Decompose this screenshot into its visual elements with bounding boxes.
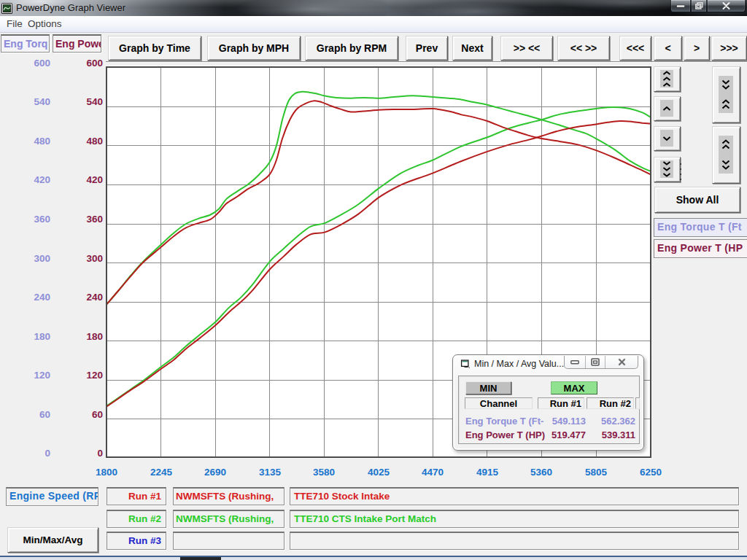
run-name-1[interactable]: NWMSFTS (Rushing, xyxy=(173,487,285,505)
chevron-group-shape xyxy=(721,144,731,149)
scroll-up-button[interactable] xyxy=(654,96,681,121)
run-comment-1[interactable]: TTE710 Stock Intake xyxy=(290,487,739,505)
focus-dots-artifact xyxy=(680,163,681,181)
chevron-group xyxy=(721,99,731,109)
rpm-axis-tick: 2245 xyxy=(138,467,185,478)
maximize-restore-button-shape-shape xyxy=(697,3,703,7)
minmax-maximize-button-shape-shape xyxy=(592,359,599,365)
maximize-restore-button[interactable] xyxy=(691,0,707,12)
next-button[interactable]: Next xyxy=(452,36,492,61)
torque-channel-box[interactable]: Eng Torq xyxy=(1,34,50,52)
power-channel-box[interactable]: Eng Powe xyxy=(53,34,101,52)
menu-options[interactable]: Options xyxy=(23,16,66,31)
graph-by-rpm-button[interactable]: Graph by RPM xyxy=(305,36,398,61)
run-comment-3[interactable] xyxy=(290,532,739,550)
torque-axis-tick: 300 xyxy=(14,253,50,265)
scroll-right-fast-button[interactable]: >>> xyxy=(711,36,747,61)
min-max-avg-button[interactable]: Min/Max/Avg xyxy=(7,527,98,553)
minmax-caption-buttons xyxy=(564,356,638,369)
x-channel-box[interactable]: Engine Speed (RP xyxy=(6,487,98,506)
minmax-close-button[interactable] xyxy=(605,356,638,368)
minmax-minimize-button[interactable] xyxy=(565,356,585,368)
power-axis-tick: 300 xyxy=(66,253,103,265)
chevrons-outward-icon xyxy=(719,136,733,174)
powerdyne-graph-viewer-window: { "window": { "title": "PowerDyne Graph … xyxy=(0,0,747,560)
rpm-axis-tick: 3580 xyxy=(301,467,347,478)
rpm-axis-tick: 4470 xyxy=(409,467,456,478)
minmax-close-button-shape xyxy=(617,358,627,366)
legend-power-channel[interactable]: Eng Power T (HP xyxy=(654,239,747,258)
run-comment-2[interactable]: TTE710 CTS Intake Port Match xyxy=(290,510,739,528)
chevron-group-shape-shape xyxy=(723,141,729,144)
minmax-run2-value-0: 562.362 xyxy=(587,416,635,427)
run-name-3[interactable] xyxy=(173,532,285,550)
power-axis-tick: 120 xyxy=(66,370,103,381)
prev-button[interactable]: Prev xyxy=(406,36,448,61)
minmax-maximize-button[interactable] xyxy=(585,356,605,368)
close-button-shape xyxy=(722,2,730,9)
chevron-up-triple-icon-shape-shape xyxy=(664,78,670,81)
chevron-down-triple-icon xyxy=(660,160,673,178)
scroll-down-fast-button[interactable] xyxy=(654,157,681,182)
chevron-group-shape-shape xyxy=(723,146,729,149)
chevron-group xyxy=(721,79,731,90)
power-axis-tick: 180 xyxy=(66,331,103,343)
minmax-window-icon-shape xyxy=(465,367,468,368)
run-label-1[interactable]: Run #1 xyxy=(107,487,166,505)
graph-by-mph-button[interactable]: Graph by MPH xyxy=(207,36,301,61)
rpm-axis-tick: 6250 xyxy=(627,467,674,478)
chevron-group xyxy=(721,160,731,170)
scroll-left-fast-button[interactable]: <<< xyxy=(619,36,651,61)
minmax-maximize-button-shape-shape xyxy=(594,361,597,363)
minmax-run1-value-1: 519.477 xyxy=(538,429,586,441)
rpm-axis-tick: 5805 xyxy=(573,467,619,478)
chevron-up-triple-icon-shape-shape xyxy=(664,84,670,87)
scroll-up-fast-button[interactable] xyxy=(654,66,681,92)
torque-axis-tick: 240 xyxy=(14,292,50,303)
expand-x-button[interactable]: << >> xyxy=(557,36,610,61)
zoom-in-vertical-button[interactable] xyxy=(712,66,740,123)
minmax-window[interactable]: Min / Max / Avg Valu... MIN MAX Channel … xyxy=(452,354,644,451)
power-axis-tick: 420 xyxy=(66,174,103,186)
minmax-window-icon xyxy=(460,359,470,368)
max-toggle-button[interactable]: MAX xyxy=(551,381,597,394)
run-label-2[interactable]: Run #2 xyxy=(107,510,166,528)
power-axis-tick: 240 xyxy=(66,292,103,303)
app-icon xyxy=(1,3,12,14)
graph-by-time-button[interactable]: Graph by Time xyxy=(108,36,201,61)
menu-bar: File Options xyxy=(0,16,747,33)
background-window-notch xyxy=(180,557,221,560)
scroll-left-button[interactable]: < xyxy=(654,36,682,61)
rpm-axis-tick: 4025 xyxy=(355,467,402,478)
chevron-down-icon-shape xyxy=(662,136,672,141)
minmax-channel-1: Eng Power T (HP) xyxy=(465,429,546,441)
chevron-group-shape xyxy=(721,79,731,85)
minimize-button-shape xyxy=(676,4,685,8)
chevron-down-triple-icon-shape-shape xyxy=(664,168,670,171)
torque-axis-tick: 60 xyxy=(14,409,50,421)
chevron-group-shape xyxy=(721,85,731,90)
chevron-group-shape-shape xyxy=(723,106,729,109)
scroll-right-button[interactable]: > xyxy=(684,36,710,61)
chevron-group-shape xyxy=(721,139,731,144)
chevron-group-shape xyxy=(721,160,731,165)
title-bar: PowerDyne Graph Viewer xyxy=(0,0,747,17)
chevron-up-triple-icon-shape-shape xyxy=(664,72,670,75)
min-toggle-button[interactable]: MIN xyxy=(465,381,511,394)
chevron-group xyxy=(721,139,731,149)
zoom-out-vertical-button[interactable] xyxy=(712,126,740,184)
scroll-down-button[interactable] xyxy=(654,126,681,151)
chevron-up-icon-shape xyxy=(662,106,672,112)
minimize-button[interactable] xyxy=(670,0,691,12)
legend-torque-channel[interactable]: Eng Torque T (Ft xyxy=(654,218,747,237)
run-label-3[interactable]: Run #3 xyxy=(107,532,166,550)
column-header-channel: Channel xyxy=(465,397,533,409)
maximize-restore-button-shape-shape xyxy=(697,6,700,8)
torque-axis-tick: 120 xyxy=(14,370,50,381)
close-button[interactable] xyxy=(707,0,746,12)
compress-x-button[interactable]: >> << xyxy=(500,36,553,61)
chevron-up-triple-icon-shape xyxy=(662,77,672,81)
show-all-button[interactable]: Show All xyxy=(654,187,740,213)
chevron-down-icon xyxy=(660,130,673,147)
run-name-2[interactable]: NWMSFTS (Rushing, xyxy=(173,510,285,528)
